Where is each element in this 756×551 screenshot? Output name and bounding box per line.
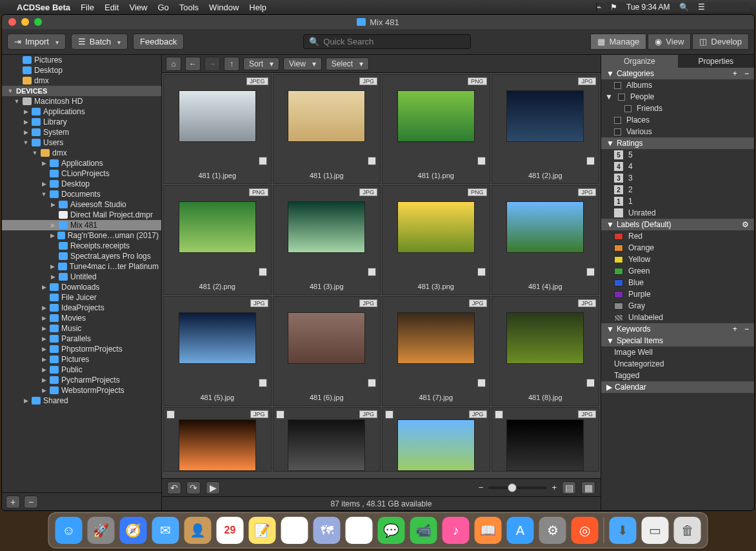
dock-acdsee[interactable]: ◎: [572, 517, 599, 544]
thumbnail-cell[interactable]: PNG 481 (1).png: [382, 74, 490, 184]
select-checkbox[interactable]: [368, 157, 376, 165]
dock-doc[interactable]: ▭: [642, 517, 669, 544]
quick-search[interactable]: 🔍 Quick Search: [303, 34, 471, 49]
tree-row[interactable]: ▶Shared: [2, 396, 161, 406]
tree-row[interactable]: ▶Desktop: [2, 179, 161, 189]
tree-row[interactable]: ▶Music: [2, 323, 161, 334]
thumbnail-cell[interactable]: JPG: [492, 407, 600, 472]
section-header[interactable]: ▼Special Items: [601, 335, 754, 346]
dock-ibooks[interactable]: 📖: [475, 517, 502, 544]
panel-row[interactable]: Image Well: [601, 346, 754, 358]
tree-row[interactable]: ▶WebstormProjects: [2, 385, 161, 396]
disclosure-icon[interactable]: ▶: [41, 377, 47, 383]
disclosure-icon[interactable]: ▶: [23, 119, 29, 125]
select-checkbox[interactable]: [166, 410, 175, 419]
add-button[interactable]: +: [6, 496, 20, 508]
thumbnail-cell[interactable]: PNG 481 (2).png: [163, 185, 272, 295]
remove-icon[interactable]: −: [744, 325, 749, 334]
menu-edit[interactable]: Edit: [104, 3, 119, 12]
thumbnail-cell[interactable]: JPG 481 (2).jpg: [492, 74, 600, 184]
thumbnail-cell[interactable]: PNG 481 (3).png: [382, 185, 490, 295]
panel-row[interactable]: Uncategorized: [601, 358, 754, 370]
select-checkbox[interactable]: [259, 157, 267, 165]
disclosure-icon[interactable]: ▶: [41, 336, 47, 342]
panel-row[interactable]: Friends: [601, 103, 754, 114]
disclosure-icon[interactable]: ▼: [41, 191, 47, 197]
view-dropdown[interactable]: View▾: [283, 57, 322, 70]
select-dropdown[interactable]: Select▾: [326, 57, 369, 70]
dock-downloads[interactable]: ⬇: [610, 517, 637, 544]
dock-photos[interactable]: ✿: [346, 517, 373, 544]
panel-row[interactable]: Various: [601, 126, 754, 137]
disclosure-icon[interactable]: ▶: [41, 181, 47, 187]
panel-row[interactable]: Albums: [601, 79, 754, 91]
panel-row[interactable]: Places: [601, 114, 754, 126]
thumbnail-cell[interactable]: JPG 481 (7).jpg: [382, 296, 490, 406]
disclosure-icon[interactable]: ▶: [41, 160, 47, 166]
dock-finder[interactable]: ☺: [55, 517, 83, 544]
rotate-right-button[interactable]: ↷: [186, 481, 201, 494]
panel-row[interactable]: 55: [601, 149, 754, 161]
disclosure-icon[interactable]: ▶: [41, 284, 47, 290]
dock-maps[interactable]: 🗺: [313, 517, 341, 544]
panel-row[interactable]: Orange: [601, 242, 754, 254]
feedback-button[interactable]: Feedback: [133, 34, 184, 50]
menu-view[interactable]: View: [129, 3, 147, 12]
thumbnail-cell[interactable]: JPG: [382, 407, 490, 472]
menubar-extra-icon-2[interactable]: ⚑: [610, 3, 617, 12]
tree-row[interactable]: ▼Documents: [2, 189, 161, 199]
select-checkbox[interactable]: [477, 379, 486, 387]
disclosure-icon[interactable]: ▶: [41, 325, 47, 332]
section-header[interactable]: ▶Calendar: [601, 381, 754, 393]
tree-row[interactable]: Direct Mail Project.dmpr: [2, 210, 161, 220]
mode-view[interactable]: ◉View: [648, 34, 691, 50]
thumbnail-cell[interactable]: JPG: [163, 407, 272, 472]
dock-appstore[interactable]: A: [507, 517, 534, 544]
panel-row[interactable]: 33: [601, 172, 754, 184]
panel-row[interactable]: ▼People: [601, 91, 754, 103]
tab-organize[interactable]: Organize: [601, 55, 678, 68]
select-checkbox[interactable]: [259, 268, 267, 276]
disclosure-icon[interactable]: ▶: [50, 201, 56, 208]
zoom-out-icon[interactable]: −: [479, 483, 484, 492]
select-checkbox[interactable]: [259, 379, 267, 387]
thumbnail-cell[interactable]: JPG 481 (4).jpg: [492, 185, 600, 295]
gear-icon[interactable]: ⚙: [742, 220, 749, 229]
remove-button[interactable]: −: [24, 496, 38, 508]
tree-row[interactable]: ▶Public: [2, 365, 161, 375]
disclosure-icon[interactable]: ▶: [41, 366, 47, 373]
disclosure-icon[interactable]: ▶: [41, 305, 47, 311]
tree-row[interactable]: ▼dmx: [2, 148, 161, 158]
menubar-clock[interactable]: Tue 9:34 AM: [626, 3, 670, 12]
dock-itunes[interactable]: ♪: [443, 517, 470, 544]
view-grid-button[interactable]: ▦: [581, 481, 595, 494]
tree-row[interactable]: ▶IdeaProjects: [2, 303, 161, 313]
remove-icon[interactable]: −: [744, 69, 749, 78]
dock-messages[interactable]: 💬: [378, 517, 405, 544]
back-button[interactable]: ←: [185, 57, 201, 71]
disclosure-icon[interactable]: ▶: [50, 263, 55, 270]
thumbnail-cell[interactable]: JPG 481 (3).jpg: [273, 185, 381, 295]
tree-row[interactable]: ▶Applications: [2, 106, 161, 117]
add-icon[interactable]: +: [733, 325, 737, 334]
disclosure-icon[interactable]: ▼: [23, 139, 29, 146]
thumbnail-grid[interactable]: JPEG 481 (1).jpegJPG 481 (1).jpgPNG 481 …: [162, 73, 601, 478]
disclosure-icon[interactable]: ▶: [23, 129, 29, 135]
tree-row[interactable]: File Juicer: [2, 292, 161, 303]
menu-file[interactable]: File: [81, 3, 94, 12]
sort-dropdown[interactable]: Sort▾: [243, 57, 279, 70]
select-checkbox[interactable]: [368, 268, 376, 276]
up-button[interactable]: ↑: [224, 57, 239, 71]
tree-row[interactable]: SpectraLayers Pro logs: [2, 251, 161, 261]
thumbnail-cell[interactable]: JPEG 481 (1).jpeg: [163, 74, 272, 184]
tree-row[interactable]: ▶Parallels: [2, 334, 161, 344]
disclosure-icon[interactable]: ▶: [41, 346, 47, 352]
select-checkbox[interactable]: [385, 410, 393, 419]
thumbnail-cell[interactable]: JPG: [273, 407, 381, 472]
menubar-extra-icon[interactable]: ⌁: [597, 3, 601, 12]
import-button[interactable]: ⇥ Import: [7, 34, 66, 50]
tree-row[interactable]: ▶Applications: [2, 158, 161, 168]
panel-row[interactable]: Blue: [601, 277, 754, 288]
devices-header[interactable]: ▼DEVICES: [2, 86, 161, 96]
play-button[interactable]: ▶: [206, 481, 220, 494]
